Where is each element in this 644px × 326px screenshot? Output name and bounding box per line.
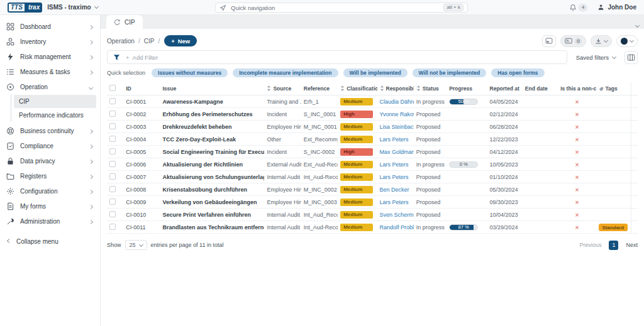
quick-selection-chip-incomplete-measure-implementation[interactable]: Incomplete measure implementation [233, 68, 338, 77]
display-mode-button[interactable] [616, 35, 638, 47]
column-header-status[interactable]: Status [414, 82, 447, 95]
sidebar-item-my-forms[interactable]: My forms [0, 198, 100, 214]
column-header-source[interactable]: Source [264, 82, 301, 95]
sidebar-item-measures-tasks[interactable]: Measures & tasks [0, 64, 100, 79]
row-checkbox[interactable] [109, 186, 116, 192]
row-checkbox[interactable] [109, 161, 116, 167]
sort-icon[interactable] [380, 85, 384, 92]
cross-icon[interactable]: × [575, 148, 579, 156]
cell-responsible[interactable]: Lars Peters [377, 133, 414, 146]
row-checkbox[interactable] [109, 98, 116, 104]
sort-icon[interactable] [416, 85, 421, 92]
cell-responsible[interactable]: Lars Peters [377, 158, 414, 171]
table-row[interactable]: CI-0009Verkeilung von GebäudeeingängenEm… [107, 196, 638, 209]
app-logo[interactable]: TTS trax [8, 3, 42, 13]
row-checkbox[interactable] [109, 111, 116, 117]
sidebar-item-inventory[interactable]: Inventory [0, 34, 100, 49]
cell-issue[interactable]: Krisenstabsübung durchführen [160, 183, 264, 196]
column-header-responsible[interactable]: Responsible [377, 82, 414, 95]
row-checkbox[interactable] [109, 173, 116, 180]
table-row[interactable]: CI-0008Krisenstabsübung durchführenEmplo… [107, 183, 638, 196]
quick-selection-chip-issues-without-measures[interactable]: Issues without measures [152, 68, 228, 77]
table-row[interactable]: CI-0002Erhöhung des PerimeterschutzesInc… [107, 108, 638, 121]
table-row[interactable]: CI-0010Secure Print Verfahren einführenI… [107, 209, 638, 221]
cell-responsible[interactable]: Lars Peters [377, 171, 414, 183]
tab-cip[interactable]: CIP [106, 15, 143, 29]
table-row[interactable]: CI-0006Aktualisierung der RichtlinienExt… [107, 158, 638, 171]
column-settings-button[interactable] [625, 51, 638, 64]
table-row[interactable]: CI-0011Brandlasten aus Technikraum entfe… [107, 221, 638, 234]
user-menu[interactable]: John Doe [597, 4, 636, 11]
sidebar-item-dashboard[interactable]: Dashboard [0, 19, 100, 34]
cross-icon[interactable]: × [575, 136, 579, 143]
cell-issue[interactable]: Drehkreuzdefekt beheben [160, 121, 264, 133]
table-row[interactable]: CI-0004TCC Zero-Day-Exploit-LeakOtherExt… [107, 133, 638, 146]
cell-issue[interactable]: TCC Zero-Day-Exploit-Leak [160, 133, 264, 146]
cell-issue[interactable]: Brandlasten aus Technikraum entfernen [160, 221, 264, 234]
cell-responsible[interactable]: Yvonne Rakowski [377, 108, 414, 121]
filter-input[interactable]: + Add Filter [107, 50, 567, 64]
quick-navigation-search[interactable]: Quick navigation alt + k [215, 3, 468, 13]
sidebar-item-administration[interactable]: Administration [0, 214, 100, 229]
sidebar-item-performance-indicators[interactable]: Performance indicators [14, 109, 96, 122]
row-checkbox[interactable] [109, 211, 116, 217]
notifications-button[interactable]: 4 [569, 4, 587, 11]
export-button[interactable] [591, 35, 612, 47]
table-row[interactable]: CI-0003Drehkreuzdefekt behebenEmployee H… [107, 121, 638, 133]
cell-issue[interactable]: Erhöhung des Perimeterschutzes [160, 108, 264, 121]
select-all-checkbox[interactable] [109, 85, 116, 91]
cross-icon[interactable]: × [575, 123, 579, 131]
cross-icon[interactable]: × [575, 211, 579, 219]
sidebar-item-business-continuity[interactable]: Business continuity [0, 123, 100, 138]
row-checkbox[interactable] [109, 136, 116, 142]
breadcrumb-item-operation[interactable]: Operation [107, 38, 135, 45]
quick-selection-chip-will-be-implemented[interactable]: Will be implemented [343, 68, 408, 77]
page-size-select[interactable]: 25 [125, 240, 147, 250]
cell-issue[interactable]: Awareness-Kampagne [160, 95, 264, 108]
row-checkbox[interactable] [109, 198, 116, 205]
cell-responsible[interactable]: Lisa Steinbach [377, 121, 414, 133]
sidebar-item-operation[interactable]: Operation [0, 79, 100, 94]
cell-responsible[interactable]: Ben Decker [377, 183, 414, 196]
row-checkbox[interactable] [109, 224, 116, 230]
cell-issue[interactable]: Verkeilung von Gebäudeeingängen [160, 196, 264, 209]
sidebar-item-cip[interactable]: CIP [14, 95, 96, 108]
cell-responsible[interactable]: Sven Schermann [377, 209, 414, 221]
cross-icon[interactable]: × [575, 161, 579, 168]
row-checkbox[interactable] [109, 123, 116, 129]
quick-selection-chip-will-not-be-implemented[interactable]: Will not be implemented [413, 68, 487, 77]
table-row[interactable]: CI-0001Awareness-KampagneTraining and ..… [107, 95, 638, 108]
sidebar-item-data-privacy[interactable]: Data privacy [0, 153, 100, 168]
sidebar-item-registers[interactable]: Registers [0, 168, 100, 183]
views-button[interactable]: 0 [560, 35, 586, 47]
sidebar-item-risk-management[interactable]: Risk management [0, 49, 100, 64]
next-page-button[interactable]: Next [626, 242, 638, 248]
cross-icon[interactable]: × [575, 198, 579, 206]
sort-icon[interactable] [267, 85, 271, 92]
cross-icon[interactable]: × [575, 224, 579, 231]
cell-issue[interactable]: Social Engineering Training für Executiv… [160, 146, 264, 158]
cross-icon[interactable]: × [575, 111, 579, 118]
row-checkbox[interactable] [109, 148, 116, 155]
cell-responsible[interactable]: Lars Peters [377, 196, 414, 209]
panel-button[interactable] [542, 35, 556, 47]
cell-issue[interactable]: Secure Print Verfahren einführen [160, 209, 264, 221]
breadcrumb-item-cip[interactable]: CIP [144, 38, 155, 45]
cell-issue[interactable]: Aktualisierung der Richtlinien [160, 158, 264, 171]
cell-responsible[interactable]: Max Goldmann [377, 146, 414, 158]
sidebar-item-compliance[interactable]: Compliance [0, 138, 100, 153]
quick-selection-chip-has-open-forms[interactable]: Has open forms [491, 68, 544, 77]
sidebar-item-configuration[interactable]: Configuration [0, 183, 100, 198]
cell-responsible[interactable]: Claudia Dähre [377, 95, 414, 108]
collapse-menu-button[interactable]: Collapse menu [0, 234, 100, 249]
table-row[interactable]: CI-0005Social Engineering Training für E… [107, 146, 638, 158]
column-header-classification[interactable]: Classification [338, 82, 377, 95]
tabs-overflow-chevron[interactable] [636, 18, 639, 30]
table-row[interactable]: CI-0007Aktualisierung von Schulungsunter… [107, 171, 638, 183]
current-page-button[interactable]: 1 [609, 241, 618, 250]
saved-filters-button[interactable]: Saved filters [572, 54, 619, 61]
new-button[interactable]: + New [164, 35, 197, 46]
cross-icon[interactable]: × [575, 98, 579, 106]
previous-page-button[interactable]: Previous [579, 242, 601, 248]
cell-issue[interactable]: Aktualisierung von Schulungsunterlagen [160, 171, 264, 183]
